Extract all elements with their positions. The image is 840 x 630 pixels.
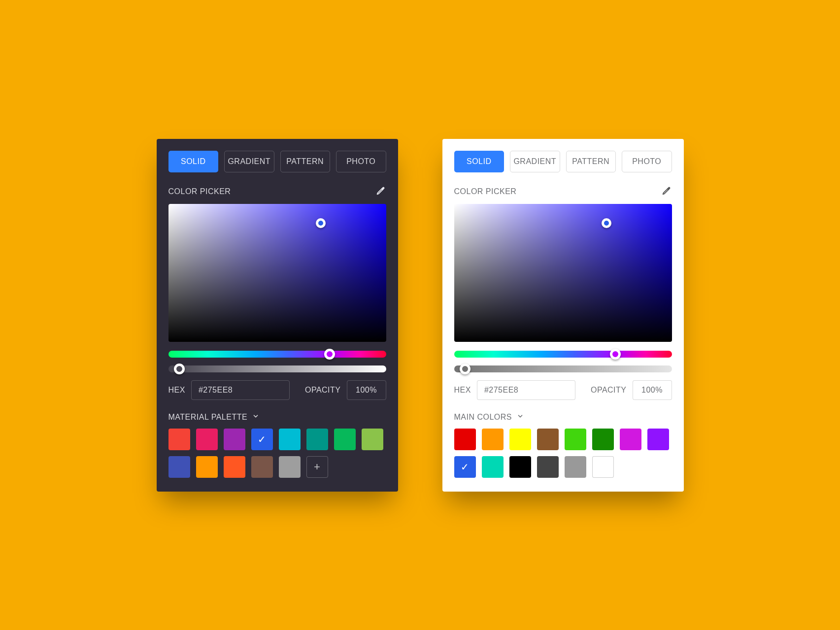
add-swatch-button[interactable]: +	[306, 456, 328, 478]
palette-selector[interactable]: MATERIAL PALETTE	[168, 413, 386, 422]
color-swatch[interactable]	[196, 456, 218, 478]
hue-slider-handle[interactable]	[610, 349, 621, 360]
color-swatch[interactable]	[509, 456, 531, 478]
color-field-handle[interactable]	[316, 218, 326, 228]
color-picker-label: COLOR PICKER	[168, 187, 231, 196]
eyedropper-icon[interactable]	[375, 185, 386, 198]
opacity-slider[interactable]	[168, 365, 386, 372]
color-swatch[interactable]: ✓	[251, 429, 273, 450]
tab-pattern[interactable]: PATTERN	[280, 151, 331, 172]
palette-selector[interactable]: MAIN COLORS	[454, 413, 672, 422]
hex-label: HEX	[454, 386, 471, 395]
opacity-input[interactable]: 100%	[633, 380, 672, 400]
color-swatch[interactable]	[306, 429, 328, 450]
hue-slider[interactable]	[454, 351, 672, 358]
color-swatch[interactable]	[224, 456, 245, 478]
color-swatch[interactable]	[537, 456, 559, 478]
hex-input[interactable]: #275EE8	[191, 380, 290, 400]
color-picker-panel-dark: SOLID GRADIENT PATTERN PHOTO COLOR PICKE…	[157, 139, 398, 492]
color-swatch[interactable]	[334, 429, 356, 450]
value-row: HEX #275EE8 OPACITY 100%	[168, 380, 386, 400]
fill-type-tabs: SOLID GRADIENT PATTERN PHOTO	[168, 151, 386, 172]
tab-photo[interactable]: PHOTO	[622, 151, 672, 172]
color-swatch[interactable]	[565, 456, 586, 478]
tab-solid[interactable]: SOLID	[168, 151, 219, 172]
color-swatch[interactable]	[509, 429, 531, 450]
tab-gradient[interactable]: GRADIENT	[510, 151, 560, 172]
color-swatch[interactable]	[168, 456, 190, 478]
color-picker-panel-light: SOLID GRADIENT PATTERN PHOTO COLOR PICKE…	[442, 139, 684, 492]
color-swatch[interactable]	[454, 429, 476, 450]
opacity-label: OPACITY	[305, 386, 341, 395]
chevron-down-icon	[252, 413, 259, 422]
color-picker-label: COLOR PICKER	[454, 187, 517, 196]
tab-pattern[interactable]: PATTERN	[566, 151, 616, 172]
color-swatch[interactable]: ✓	[454, 456, 476, 478]
tab-gradient[interactable]: GRADIENT	[224, 151, 274, 172]
hue-slider[interactable]	[168, 351, 386, 358]
color-swatch[interactable]	[592, 456, 614, 478]
color-field[interactable]	[168, 204, 386, 342]
color-swatch[interactable]	[482, 456, 504, 478]
color-swatch[interactable]	[362, 429, 383, 450]
hue-slider-handle[interactable]	[324, 349, 335, 360]
check-icon: ✓	[258, 434, 266, 444]
swatch-grid: ✓+	[168, 429, 386, 478]
plus-icon: +	[314, 462, 320, 472]
palette-label: MAIN COLORS	[454, 413, 512, 422]
chevron-down-icon	[517, 413, 524, 422]
color-swatch[interactable]	[482, 429, 504, 450]
hex-label: HEX	[168, 386, 185, 395]
color-swatch[interactable]	[279, 456, 301, 478]
color-swatch[interactable]	[620, 429, 641, 450]
palette-label: MATERIAL PALETTE	[168, 413, 248, 422]
color-swatch[interactable]	[647, 429, 669, 450]
color-swatch[interactable]	[196, 429, 218, 450]
color-swatch[interactable]	[592, 429, 614, 450]
color-field-handle[interactable]	[602, 218, 611, 228]
opacity-slider[interactable]	[454, 365, 672, 372]
eyedropper-icon[interactable]	[661, 185, 672, 198]
color-swatch[interactable]	[224, 429, 245, 450]
opacity-slider-handle[interactable]	[460, 364, 470, 374]
opacity-input[interactable]: 100%	[347, 380, 386, 400]
opacity-slider-handle[interactable]	[174, 364, 185, 374]
color-swatch[interactable]	[537, 429, 559, 450]
check-icon: ✓	[461, 462, 469, 472]
swatch-grid: ✓	[454, 429, 672, 478]
opacity-label: OPACITY	[591, 386, 627, 395]
value-row: HEX #275EE8 OPACITY 100%	[454, 380, 672, 400]
color-swatch[interactable]	[565, 429, 586, 450]
tab-photo[interactable]: PHOTO	[336, 151, 386, 172]
color-swatch[interactable]	[168, 429, 190, 450]
fill-type-tabs: SOLID GRADIENT PATTERN PHOTO	[454, 151, 672, 172]
color-swatch[interactable]	[251, 456, 273, 478]
color-field[interactable]	[454, 204, 672, 342]
color-swatch[interactable]	[279, 429, 301, 450]
hex-input[interactable]: #275EE8	[477, 380, 575, 400]
tab-solid[interactable]: SOLID	[454, 151, 504, 172]
